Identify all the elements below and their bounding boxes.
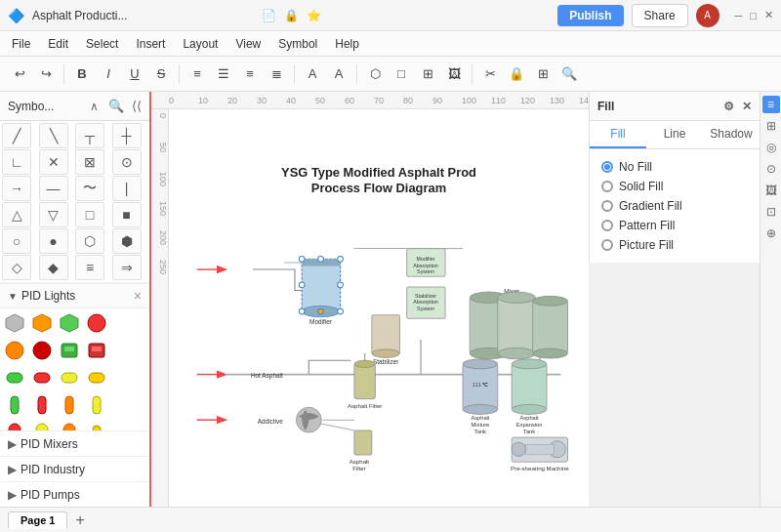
pid-circle-red[interactable] bbox=[84, 310, 109, 336]
maximize-icon[interactable]: □ bbox=[750, 10, 757, 21]
search-button[interactable]: 🔍 bbox=[557, 62, 581, 86]
sym-circ1[interactable]: ○ bbox=[2, 228, 31, 254]
pid-rect-green[interactable] bbox=[57, 338, 82, 363]
fill-option-pattern[interactable]: Pattern Fill bbox=[597, 216, 752, 235]
sym-dot[interactable]: ⊙ bbox=[112, 149, 142, 175]
pid-lamp-small[interactable] bbox=[84, 420, 109, 430]
sym-diag1[interactable]: ╱ bbox=[2, 123, 31, 148]
pid-lamp-yellow[interactable] bbox=[29, 420, 55, 430]
sym-plus[interactable]: ┼ bbox=[112, 123, 142, 148]
menu-help[interactable]: Help bbox=[327, 35, 367, 53]
cut-button[interactable]: ✂ bbox=[478, 62, 502, 86]
pid-pill-yellow2[interactable] bbox=[84, 365, 109, 390]
pid-tall-yellow[interactable] bbox=[84, 392, 109, 418]
sym-dash[interactable]: — bbox=[39, 176, 68, 201]
menu-file[interactable]: File bbox=[4, 35, 38, 53]
share-button[interactable]: Share bbox=[632, 4, 688, 27]
sym-t[interactable]: ┬ bbox=[75, 123, 104, 148]
menu-edit[interactable]: Edit bbox=[40, 35, 76, 53]
sym-tri1[interactable]: △ bbox=[2, 202, 31, 227]
sym-hex[interactable]: ⬡ bbox=[75, 228, 104, 254]
radio-picture-fill[interactable] bbox=[601, 239, 613, 251]
menu-insert[interactable]: Insert bbox=[128, 35, 173, 53]
lock-button[interactable]: 🔒 bbox=[505, 62, 528, 86]
page-tab-1[interactable]: Page 1 bbox=[8, 512, 67, 529]
table-button[interactable]: ⊞ bbox=[416, 62, 439, 86]
bold-button[interactable]: B bbox=[70, 62, 94, 86]
sidebar-search-icon[interactable]: 🔍 bbox=[108, 99, 124, 113]
close-icon[interactable]: ✕ bbox=[764, 9, 773, 21]
align-right-button[interactable]: ≡ bbox=[238, 62, 262, 86]
pid-tall-red[interactable] bbox=[29, 392, 55, 418]
pid-lights-close[interactable]: × bbox=[134, 288, 142, 304]
rp-icon-grid[interactable]: ⊞ bbox=[762, 117, 780, 135]
pid-industry-section[interactable]: ▶ PID Industry bbox=[0, 456, 149, 481]
sym-wave[interactable]: 〜 bbox=[75, 176, 104, 201]
avatar[interactable]: A bbox=[696, 4, 719, 27]
rp-icon-layer[interactable]: ⊙ bbox=[762, 160, 780, 178]
underline-button[interactable]: U bbox=[123, 62, 146, 86]
rp-icon-fill[interactable]: ≡ bbox=[762, 96, 780, 113]
sym-cross[interactable]: ✕ bbox=[39, 149, 68, 175]
sym-arrow2[interactable]: ⇒ bbox=[112, 255, 142, 280]
radio-no-fill[interactable] bbox=[601, 161, 613, 173]
pid-hex-gray[interactable] bbox=[2, 310, 27, 336]
pid-circle-red2[interactable] bbox=[29, 338, 55, 363]
sym-diag2[interactable]: ╲ bbox=[39, 123, 68, 148]
tab-shadow[interactable]: Shadow bbox=[703, 121, 760, 148]
highlight-button[interactable]: A bbox=[327, 62, 350, 86]
sym-sq1[interactable]: □ bbox=[75, 202, 104, 227]
pid-hex-green[interactable] bbox=[57, 310, 82, 336]
sym-box[interactable]: ⊠ bbox=[75, 149, 104, 175]
sym-diam2[interactable]: ◆ bbox=[39, 255, 68, 280]
menu-layout[interactable]: Layout bbox=[175, 35, 226, 53]
pid-mixers-section[interactable]: ▶ PID Mixers bbox=[0, 430, 149, 456]
image-button[interactable]: 🖼 bbox=[442, 62, 466, 86]
menu-symbol[interactable]: Symbol bbox=[270, 35, 325, 53]
pid-circle-orange[interactable] bbox=[2, 338, 27, 363]
undo-button[interactable]: ↩ bbox=[8, 62, 31, 86]
add-page-button[interactable]: + bbox=[71, 512, 88, 529]
diagram-canvas[interactable]: YSG Type Modified Asphalt Prod Process F… bbox=[169, 109, 589, 507]
sidebar-expand-icon[interactable]: ∧ bbox=[90, 100, 99, 113]
sym-hex2[interactable]: ⬢ bbox=[112, 228, 142, 254]
rect-button[interactable]: □ bbox=[390, 62, 413, 86]
tab-line[interactable]: Line bbox=[646, 121, 703, 148]
fill-option-gradient[interactable]: Gradient Fill bbox=[597, 196, 752, 216]
tab-fill[interactable]: Fill bbox=[590, 121, 646, 148]
align-justify-button[interactable]: ≣ bbox=[265, 62, 288, 86]
menu-select[interactable]: Select bbox=[78, 35, 126, 53]
pid-tall-orange[interactable] bbox=[57, 392, 82, 418]
sym-circ2[interactable]: ● bbox=[39, 228, 68, 254]
grid-button[interactable]: ⊞ bbox=[531, 62, 555, 86]
shape-button[interactable]: ⬡ bbox=[363, 62, 387, 86]
radio-solid-fill[interactable] bbox=[601, 181, 613, 192]
publish-button[interactable]: Publish bbox=[557, 5, 623, 26]
pid-lamp-orange[interactable] bbox=[57, 420, 82, 430]
sym-sq2[interactable]: ■ bbox=[112, 202, 142, 227]
pid-lamp-red[interactable] bbox=[2, 420, 27, 430]
align-center-button[interactable]: ☰ bbox=[212, 62, 235, 86]
fill-settings-icon[interactable]: ⚙ bbox=[723, 100, 734, 113]
redo-button[interactable]: ↪ bbox=[34, 62, 58, 86]
italic-button[interactable]: I bbox=[97, 62, 120, 86]
sym-angle[interactable]: ∟ bbox=[2, 149, 31, 175]
fill-option-none[interactable]: No Fill bbox=[597, 157, 752, 177]
align-left-button[interactable]: ≡ bbox=[185, 62, 209, 86]
sym-tri2[interactable]: ▽ bbox=[39, 202, 68, 227]
radio-pattern-fill[interactable] bbox=[601, 220, 613, 231]
rp-icon-table2[interactable]: ⊡ bbox=[762, 203, 780, 221]
radio-gradient-fill[interactable] bbox=[601, 200, 613, 212]
fill-option-picture[interactable]: Picture Fill bbox=[597, 235, 752, 255]
strikethrough-button[interactable]: S bbox=[149, 62, 173, 86]
sym-lines[interactable]: ≡ bbox=[75, 255, 104, 280]
fill-option-solid[interactable]: Solid Fill bbox=[597, 177, 752, 196]
sym-diam[interactable]: ◇ bbox=[2, 255, 31, 280]
pid-pill-red[interactable] bbox=[29, 365, 55, 390]
pid-lights-section-header[interactable]: ▼ PID Lights × bbox=[0, 283, 149, 308]
pid-tall-green[interactable] bbox=[2, 392, 27, 418]
rp-icon-eye[interactable]: ◎ bbox=[762, 139, 780, 156]
pid-pill-yellow[interactable] bbox=[57, 365, 82, 390]
fill-close-icon[interactable]: ✕ bbox=[742, 100, 752, 113]
sym-bar[interactable]: | bbox=[112, 176, 142, 201]
